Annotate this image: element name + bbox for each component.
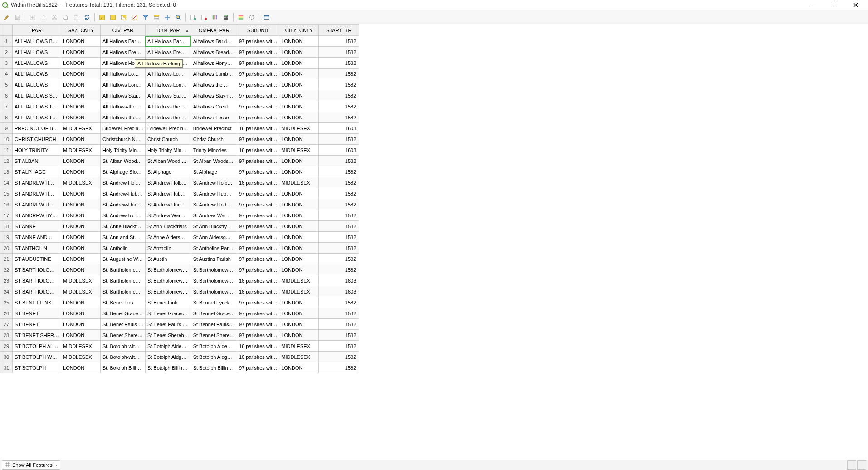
cell-gaz[interactable]: LONDON — [61, 319, 101, 330]
minimize-button[interactable] — [804, 0, 824, 10]
cell-civ[interactable]: All Hallows Lon… — [101, 79, 146, 90]
zoom-to-selected-icon[interactable] — [173, 12, 183, 22]
cell-gaz[interactable]: LONDON — [61, 210, 101, 221]
cell-par[interactable]: ALLHALLOWS T… — [13, 101, 61, 112]
cell-sub[interactable]: 16 parishes wit… — [237, 145, 279, 156]
cell-dbn[interactable]: St Anne Alders… — [145, 232, 191, 243]
filter-selection-icon[interactable] — [141, 12, 151, 22]
cell-gaz[interactable]: LONDON — [61, 330, 101, 341]
row-number-cell[interactable]: 26 — [0, 308, 13, 319]
cell-par[interactable]: ST BENET — [13, 308, 61, 319]
cell-sub[interactable]: 97 parishes wit… — [237, 112, 279, 123]
cell-cty[interactable]: LONDON — [279, 134, 319, 145]
cell-sub[interactable]: 97 parishes wit… — [237, 254, 279, 264]
cell-cty[interactable]: LONDON — [279, 362, 319, 373]
cell-gaz[interactable]: MIDDLESEX — [61, 275, 101, 286]
cell-yr[interactable]: 1582 — [319, 166, 359, 177]
cell-dbn[interactable]: St Alban Wood … — [145, 156, 191, 166]
cell-gaz[interactable]: LONDON — [61, 90, 101, 101]
row-number-cell[interactable]: 1 — [0, 36, 13, 47]
cell-omk[interactable]: St Andrew Und… — [191, 199, 237, 210]
cell-dbn[interactable]: St Andrew Holb… — [145, 177, 191, 188]
cell-sub[interactable]: 97 parishes wit… — [237, 210, 279, 221]
cell-civ[interactable]: All Hallows-the… — [101, 112, 146, 123]
cell-dbn[interactable]: St Bartholomew… — [145, 264, 191, 275]
cell-omk[interactable]: St Ann Aldersg… — [191, 232, 237, 243]
table-row[interactable]: 10CHRIST CHURCHLONDONChristchurch N…Chri… — [0, 134, 359, 145]
cell-civ[interactable]: St. Benet Pauls … — [101, 319, 146, 330]
cell-yr[interactable]: 1582 — [319, 101, 359, 112]
organize-columns-icon[interactable] — [210, 12, 220, 22]
cell-civ[interactable]: All Hallows-the… — [101, 101, 146, 112]
table-row[interactable]: 17ST ANDREW BY…LONDONSt. Andrew-by-t…St … — [0, 210, 359, 221]
pan-to-selected-icon[interactable] — [162, 12, 172, 22]
cell-dbn[interactable]: Christ Church — [145, 134, 191, 145]
cell-yr[interactable]: 1582 — [319, 36, 359, 47]
cell-yr[interactable]: 1582 — [319, 330, 359, 341]
col-header-start-yr[interactable]: START_YR — [319, 25, 359, 36]
cell-civ[interactable]: St. Andrew-Hub… — [101, 188, 146, 199]
cell-civ[interactable]: St. Andrew-by-t… — [101, 210, 146, 221]
maximize-button[interactable] — [824, 0, 845, 10]
cell-dbn[interactable]: St Ann Blackfriars — [145, 221, 191, 232]
row-number-cell[interactable]: 18 — [0, 221, 13, 232]
cell-omk[interactable]: St Botolph Billin… — [191, 362, 237, 373]
cell-cty[interactable]: LONDON — [279, 36, 319, 47]
cell-civ[interactable]: Bridewell Precin… — [101, 123, 146, 134]
cell-civ[interactable]: St. Benet Shere… — [101, 330, 146, 341]
cell-omk[interactable]: St Andrew Hub… — [191, 188, 237, 199]
cell-cty[interactable]: LONDON — [279, 308, 319, 319]
cell-sub[interactable]: 97 parishes wit… — [237, 36, 279, 47]
row-number-cell[interactable]: 3 — [0, 58, 13, 69]
table-row[interactable]: 27ST BENETLONDONSt. Benet Pauls …St Bene… — [0, 319, 359, 330]
cell-cty[interactable]: LONDON — [279, 112, 319, 123]
cell-cty[interactable]: MIDDLESEX — [279, 123, 319, 134]
cell-dbn[interactable]: All Hallows the … — [145, 112, 191, 123]
corner-cell[interactable] — [0, 25, 13, 36]
show-all-features-button[interactable]: Show All Features ▾ — [2, 460, 60, 470]
cell-sub[interactable]: 97 parishes wit… — [237, 319, 279, 330]
deselect-all-icon[interactable] — [130, 12, 140, 22]
cell-yr[interactable]: 1603 — [319, 145, 359, 156]
cell-par[interactable]: ALLHALLOWS — [13, 69, 61, 79]
cell-civ[interactable]: St. Anne Blackf… — [101, 221, 146, 232]
col-header-gaz-cnty[interactable]: GAZ_CNTY — [61, 25, 101, 36]
cell-civ[interactable]: St. Alphage Sio… — [101, 166, 146, 177]
cell-cty[interactable]: LONDON — [279, 243, 319, 254]
table-row[interactable]: 12ST ALBANLONDONSt. Alban Wood…St Alban … — [0, 156, 359, 166]
cell-dbn[interactable]: St Benet Fink — [145, 297, 191, 308]
cell-yr[interactable]: 1603 — [319, 275, 359, 286]
cell-cty[interactable]: LONDON — [279, 264, 319, 275]
cell-cty[interactable]: LONDON — [279, 156, 319, 166]
conditional-formatting-icon[interactable] — [236, 12, 246, 22]
cell-sub[interactable]: 97 parishes wit… — [237, 90, 279, 101]
table-row[interactable]: 24ST BARTHOLO…MIDDLESEXSt. Bartholome…St… — [0, 286, 359, 297]
table-row[interactable]: 4ALLHALLOWSLONDONAll Hallows Lo…All Hall… — [0, 69, 359, 79]
cell-civ[interactable]: Christchurch N… — [101, 134, 146, 145]
cell-omk[interactable]: St Alphage — [191, 166, 237, 177]
cell-civ[interactable]: St. Alban Wood… — [101, 156, 146, 166]
cell-cty[interactable]: MIDDLESEX — [279, 275, 319, 286]
row-number-cell[interactable]: 10 — [0, 134, 13, 145]
cell-dbn[interactable]: St Botolph Billin… — [145, 362, 191, 373]
cell-dbn[interactable]: St Benet Gracec… — [145, 308, 191, 319]
cell-sub[interactable]: 97 parishes wit… — [237, 232, 279, 243]
cell-sub[interactable]: 97 parishes wit… — [237, 264, 279, 275]
cell-gaz[interactable]: LONDON — [61, 58, 101, 69]
table-row[interactable]: 29ST BOTOLPH AL…MIDDLESEXSt. Botolph-wit… — [0, 341, 359, 352]
add-feature-icon[interactable] — [28, 12, 38, 22]
cell-par[interactable]: ST AUGUSTINE — [13, 254, 61, 264]
cell-gaz[interactable]: LONDON — [61, 188, 101, 199]
cell-sub[interactable]: 97 parishes wit… — [237, 243, 279, 254]
cell-cty[interactable]: LONDON — [279, 58, 319, 69]
cell-yr[interactable]: 1582 — [319, 156, 359, 166]
cell-civ[interactable]: St. Andrew-Und… — [101, 199, 146, 210]
row-number-cell[interactable]: 29 — [0, 341, 13, 352]
cell-gaz[interactable]: MIDDLESEX — [61, 341, 101, 352]
table-row[interactable]: 8ALLHALLOWS T…LONDONAll Hallows-the…All … — [0, 112, 359, 123]
row-number-cell[interactable]: 15 — [0, 188, 13, 199]
cell-yr[interactable]: 1582 — [319, 58, 359, 69]
row-number-cell[interactable]: 27 — [0, 319, 13, 330]
cell-cty[interactable]: MIDDLESEX — [279, 177, 319, 188]
table-row[interactable]: 22ST BARTHOLO…LONDONSt. Bartholome…St Ba… — [0, 264, 359, 275]
